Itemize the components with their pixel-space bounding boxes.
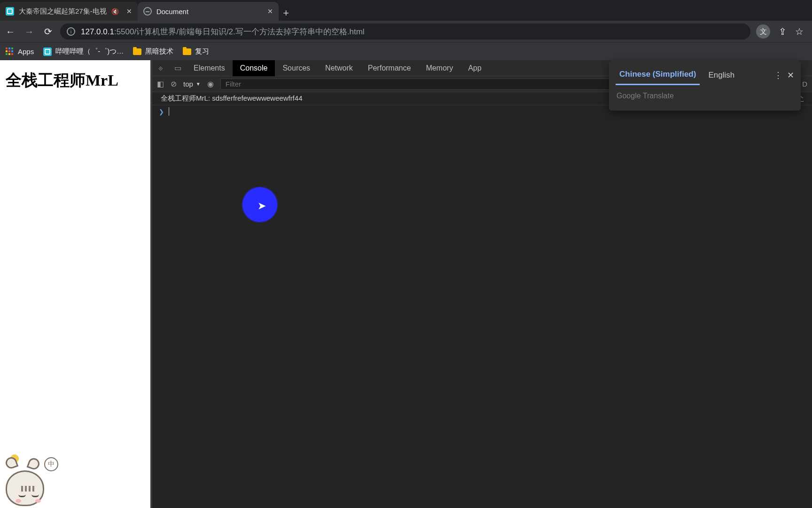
page-viewport: 全栈工程师MrL — [0, 60, 150, 508]
back-button[interactable]: ← — [4, 25, 17, 38]
folder-icon — [183, 48, 191, 55]
cursor-icon: ➤ — [258, 200, 266, 212]
translate-provider: Google Translate — [609, 85, 801, 100]
tab-performance[interactable]: Performance — [360, 60, 419, 76]
forward-button[interactable]: → — [23, 25, 36, 38]
star-icon[interactable]: ☆ — [795, 26, 804, 37]
new-tab-button[interactable]: + — [279, 6, 294, 21]
mascot-overlay: 中 — [2, 454, 58, 506]
kebab-menu-icon[interactable]: ⋮ — [774, 70, 782, 80]
folder-icon — [133, 48, 141, 55]
browser-tabstrip: 大秦帝国之崛起第27集-电视 🔇 ✕ Document ✕ + — [0, 0, 812, 21]
workspace: 全栈工程师MrL ⟐ ▭ Elements Console Sources Ne… — [0, 60, 812, 508]
bilibili-icon — [6, 7, 14, 16]
translate-icon[interactable]: 文 — [756, 24, 770, 39]
context-label: top — [183, 80, 193, 88]
url-text: 127.0.0.1:5500/计算机世界/前端每日知识/2.写一个方法去掉字符串… — [81, 26, 365, 37]
tab-sources[interactable]: Sources — [275, 60, 318, 76]
tab-inactive-1[interactable]: 大秦帝国之崛起第27集-电视 🔇 ✕ — [0, 2, 138, 21]
bookmark-label: 复习 — [195, 47, 209, 56]
bookmark-bilibili[interactable]: 哔哩哔哩（゜-゜)つ… — [43, 47, 124, 56]
sidebar-toggle-icon[interactable]: ◧ — [157, 79, 164, 88]
reload-button[interactable]: ⟳ — [41, 25, 55, 38]
clear-console-icon[interactable]: ⊘ — [171, 79, 177, 88]
apps-button[interactable]: Apps — [6, 48, 34, 56]
address-bar: ← → ⟳ i 127.0.0.1:5500/计算机世界/前端每日知识/2.写一… — [0, 21, 812, 42]
bookmark-label: 黑暗技术 — [145, 47, 173, 56]
tab-elements[interactable]: Elements — [186, 60, 233, 76]
tab-title: Document — [156, 8, 188, 16]
url-host: 127.0.0.1 — [81, 27, 114, 36]
tab-memory[interactable]: Memory — [418, 60, 461, 76]
tab-active[interactable]: Document ✕ — [138, 2, 279, 21]
translate-lang-english[interactable]: English — [704, 66, 738, 85]
chevron-down-icon: ▼ — [196, 81, 201, 87]
page-icon — [143, 7, 152, 16]
tab-network[interactable]: Network — [318, 60, 360, 76]
mascot-bubble[interactable]: 中 — [44, 457, 58, 471]
prompt-chevron-icon: ❯ — [159, 108, 164, 115]
tab-application[interactable]: App — [461, 60, 489, 76]
address-actions: 文 ⇪ ☆ — [756, 24, 808, 39]
bilibili-icon — [43, 48, 52, 56]
bookmark-label: 哔哩哔哩（゜-゜)つ… — [55, 47, 124, 56]
tab-title: 大秦帝国之崛起第27集-电视 — [19, 7, 107, 16]
apps-icon — [6, 48, 14, 56]
tab-console[interactable]: Console — [233, 60, 275, 76]
devtools-panel: ⟐ ▭ Elements Console Sources Network Per… — [152, 60, 812, 508]
translate-lang-chinese[interactable]: Chinese (Simplified) — [616, 65, 700, 85]
context-selector[interactable]: top ▼ — [183, 80, 201, 88]
live-expression-icon[interactable]: ◉ — [207, 79, 214, 88]
omnibox[interactable]: i 127.0.0.1:5500/计算机世界/前端每日知识/2.写一个方法去掉字… — [60, 24, 750, 40]
share-icon[interactable]: ⇪ — [779, 26, 787, 37]
close-icon[interactable]: ✕ — [126, 8, 132, 15]
close-icon[interactable]: ✕ — [267, 8, 273, 15]
translate-popup: Chinese (Simplified) English ⋮ ✕ Google … — [609, 60, 801, 111]
page-heading: 全栈工程师MrL — [0, 60, 150, 101]
url-port: :5500 — [114, 27, 134, 36]
mute-icon[interactable]: 🔇 — [111, 8, 119, 15]
bookmark-folder-review[interactable]: 复习 — [183, 47, 209, 56]
inspect-icon[interactable]: ⟐ — [152, 64, 169, 72]
device-toggle-icon[interactable]: ▭ — [169, 64, 186, 72]
bookmark-folder-dark[interactable]: 黑暗技术 — [133, 47, 173, 56]
close-icon[interactable]: ✕ — [787, 70, 794, 80]
url-path: /计算机世界/前端每日知识/2.写一个方法去掉字符串中的空格.html — [134, 27, 364, 36]
console-body[interactable]: 全栈工程师MrL: sdsfferfrefewewweweewfrf44 2.写… — [152, 92, 812, 508]
mascot-bubble-text: 中 — [48, 460, 55, 468]
bookmarks-bar: Apps 哔哩哔哩（゜-゜)つ… 黑暗技术 复习 — [0, 42, 812, 60]
site-info-icon[interactable]: i — [67, 27, 75, 36]
bookmark-label: Apps — [18, 48, 34, 56]
caret — [169, 107, 169, 116]
